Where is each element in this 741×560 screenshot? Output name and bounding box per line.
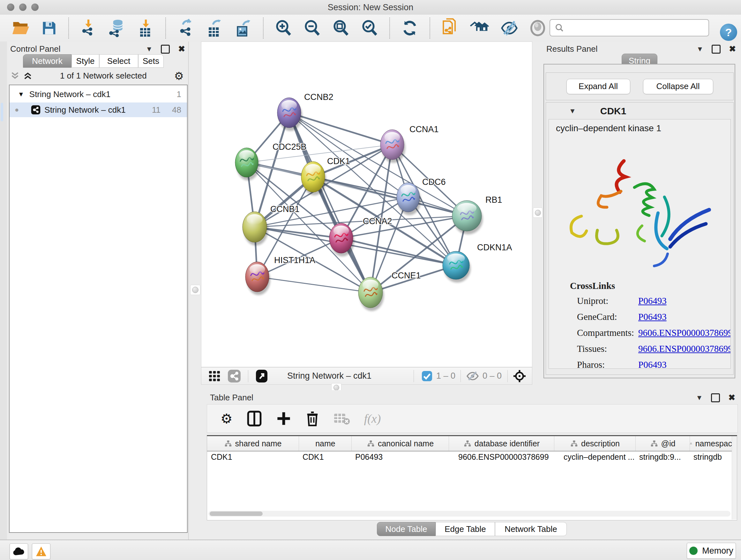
zoom-in-icon[interactable] <box>274 19 292 37</box>
panel-close-icon[interactable]: ✖ <box>729 44 736 54</box>
tab-sets[interactable]: Sets <box>138 54 164 68</box>
scrollbar-thumb[interactable] <box>210 511 263 516</box>
share-document-icon[interactable] <box>441 18 459 38</box>
horizontal-splitter[interactable] <box>201 385 741 390</box>
gene-collapse-icon[interactable]: ▼ <box>569 107 576 115</box>
panel-collapse-icon[interactable]: ▼ <box>696 394 703 402</box>
crosslink-tissues[interactable]: 9606.ENSP00000378699 <box>638 344 731 354</box>
warning-button[interactable] <box>32 543 51 559</box>
network-options-gear-icon[interactable]: ⚙ <box>174 70 184 82</box>
tab-edge-table[interactable]: Edge Table <box>435 522 495 536</box>
export-network-icon[interactable] <box>177 19 195 37</box>
selected-count: 1 – 0 <box>436 371 455 381</box>
panel-collapse-icon[interactable]: ▼ <box>696 45 703 53</box>
hidden-count: 0 – 0 <box>482 371 502 381</box>
birdseye-grid-icon[interactable] <box>208 370 221 382</box>
search-input[interactable] <box>564 21 709 35</box>
memory-button[interactable]: Memory <box>687 543 736 559</box>
cell-namespace: stringdb <box>690 451 732 463</box>
tab-network[interactable]: Network <box>23 54 71 68</box>
crosslinks-title: CrossLinks <box>570 281 731 291</box>
crosslink-genecard[interactable]: P06493 <box>638 312 731 322</box>
horizontal-scrollbar[interactable] <box>208 511 731 516</box>
table-row[interactable]: CDK1 CDK1 P06493 9606.ENSP00000378699 cy… <box>207 451 732 463</box>
panel-float-icon[interactable] <box>711 393 720 402</box>
panel-close-icon[interactable]: ✖ <box>178 44 185 54</box>
search-box[interactable] <box>549 19 709 37</box>
toolbar-divider <box>508 370 508 382</box>
open-session-icon[interactable] <box>11 20 30 37</box>
column-header: canonical name <box>378 439 434 448</box>
table-settings-gear-icon[interactable]: ⚙ <box>220 411 232 427</box>
splitter-handle[interactable] <box>192 287 199 293</box>
panel-close-icon[interactable]: ✖ <box>728 393 735 402</box>
tab-node-table[interactable]: Node Table <box>377 522 435 536</box>
fit-selected-crosshair-icon[interactable] <box>513 369 526 383</box>
panel-collapse-icon[interactable]: ▼ <box>145 45 152 53</box>
eye-disabled-icon <box>529 19 546 37</box>
tab-select[interactable]: Select <box>99 54 138 68</box>
network-tree-root-row[interactable]: ▼ String Network – cdk1 1 <box>10 87 187 101</box>
network-node-CDKN1A[interactable]: CDKN1A <box>443 243 512 283</box>
network-view[interactable]: CCNB2CCNA1CDC25BCDK1CDC6RB1CCNB1CCNA2CDK… <box>201 42 532 367</box>
import-table-icon[interactable] <box>137 19 154 37</box>
import-database-icon[interactable] <box>108 19 126 37</box>
show-columns-icon[interactable] <box>247 410 262 427</box>
save-session-icon[interactable] <box>41 20 57 37</box>
network-canvas[interactable]: CCNB2CCNA1CDC25BCDK1CDC6RB1CCNB1CCNA2CDK… <box>201 42 533 368</box>
vertical-splitter-right[interactable] <box>532 42 542 385</box>
crosslink-compartments[interactable]: 9606.ENSP00000378699 <box>638 327 731 338</box>
import-network-icon[interactable] <box>80 19 97 37</box>
network-tree-child-row[interactable]: ● String Network – cdk1 11 48 <box>10 103 187 117</box>
open-in-window-icon[interactable] <box>255 369 268 383</box>
node-label-CDKN1A: CDKN1A <box>477 243 512 252</box>
table-header-row[interactable]: shared name name canonical name database… <box>207 436 732 451</box>
zoom-out-icon[interactable] <box>303 19 321 37</box>
tab-network-table[interactable]: Network Table <box>495 522 567 536</box>
collapse-all-networks-icon[interactable] <box>10 71 20 81</box>
zoom-selected-icon[interactable] <box>360 19 379 37</box>
vertical-scrollbar[interactable] <box>732 436 737 519</box>
tree-expand-icon[interactable]: ▼ <box>18 91 24 98</box>
help-button[interactable]: ? <box>720 23 737 41</box>
toolbar-separator <box>68 17 69 39</box>
gene-description: cyclin–dependent kinase 1 <box>556 123 731 133</box>
splitter-handle[interactable] <box>333 385 339 390</box>
hierarchy-icon <box>650 440 658 447</box>
vertical-splitter-left[interactable] <box>188 42 202 540</box>
zoom-fit-icon[interactable] <box>332 19 350 37</box>
view-network-title: String Network – cdk1 <box>287 371 372 381</box>
column-header: namespac <box>695 439 732 448</box>
crosslink-pharos[interactable]: P06493 <box>638 360 731 369</box>
splitter-handle[interactable] <box>535 210 541 216</box>
network-node-RB1[interactable]: RB1 <box>452 195 502 234</box>
export-image-icon[interactable] <box>234 19 252 37</box>
selected-checkbox-icon[interactable] <box>421 371 432 381</box>
string-style-icon[interactable] <box>227 369 241 383</box>
hide-unhide-icon[interactable] <box>500 20 518 37</box>
hidden-eye-icon[interactable] <box>466 371 479 381</box>
delete-column-icon[interactable] <box>306 410 320 427</box>
home-networks-icon[interactable] <box>470 19 489 37</box>
network-selection-bar: 1 of 1 Network selected ⚙ <box>7 67 188 84</box>
add-column-icon[interactable] <box>276 411 291 426</box>
network-node-CCNB2[interactable]: CCNB2 <box>277 92 333 131</box>
cloud-button[interactable] <box>10 543 28 559</box>
network-node-CCNA1[interactable]: CCNA1 <box>381 125 439 163</box>
cell-database-identifier: 9606.ENSP00000378699 <box>449 451 554 463</box>
collapse-all-button[interactable]: Collapse All <box>643 79 713 94</box>
node-label-CCNB1: CCNB1 <box>270 204 300 214</box>
expand-all-networks-icon[interactable] <box>23 71 32 81</box>
tab-style[interactable]: Style <box>71 54 99 68</box>
panel-float-icon[interactable] <box>161 45 170 54</box>
export-table-icon[interactable] <box>205 19 223 37</box>
toolbar-separator <box>389 17 390 39</box>
refresh-icon[interactable] <box>401 19 419 37</box>
node-label-CCNA1: CCNA1 <box>409 125 439 134</box>
crosslink-label: Uniprot: <box>577 296 638 306</box>
expand-all-button[interactable]: Expand All <box>566 79 630 94</box>
table-panel-title: Table Panel <box>210 393 253 402</box>
panel-float-icon[interactable] <box>712 45 721 54</box>
crosslink-uniprot[interactable]: P06493 <box>638 296 731 306</box>
hierarchy-icon <box>690 440 692 447</box>
